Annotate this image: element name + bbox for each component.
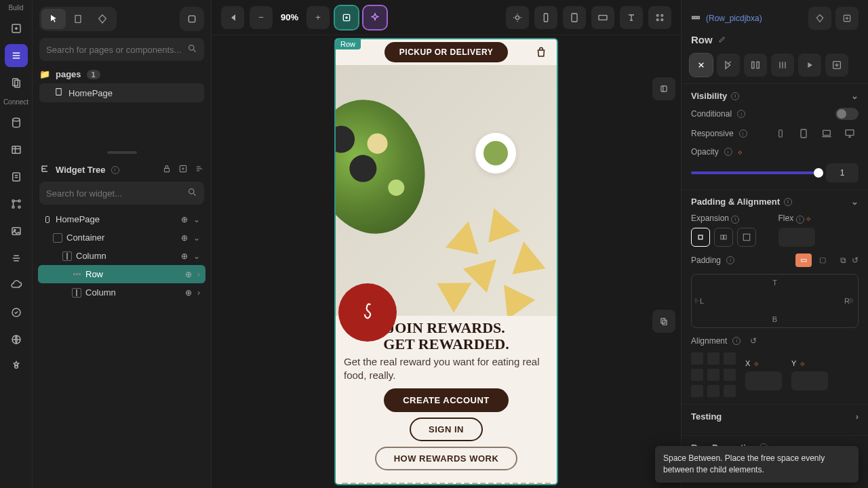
- chevron-down-icon[interactable]: ⌄: [851, 91, 859, 101]
- zoom-out-button[interactable]: −: [250, 6, 273, 29]
- expansion-flex[interactable]: [714, 228, 733, 247]
- variable-link-icon[interactable]: ⟐: [806, 214, 811, 222]
- rail-layers[interactable]: [5, 44, 28, 67]
- align-tl[interactable]: [691, 352, 703, 365]
- tree-column[interactable]: Column ⊕⌄: [38, 247, 205, 265]
- panel-resize-handle[interactable]: [107, 151, 137, 154]
- device-phone-icon[interactable]: [772, 127, 789, 140]
- align-cl[interactable]: [691, 369, 703, 381]
- conditional-toggle[interactable]: [835, 108, 859, 120]
- chevron-down-icon[interactable]: ⌄: [193, 233, 200, 243]
- pickup-button[interactable]: PICKUP OR DELIVERY: [384, 42, 508, 62]
- info-icon[interactable]: i: [111, 166, 119, 174]
- device-tablet-button[interactable]: [563, 6, 586, 29]
- add-icon[interactable]: ⊕: [185, 270, 192, 279]
- alignment-grid[interactable]: [691, 352, 736, 397]
- rail-check[interactable]: [5, 301, 28, 324]
- info-icon[interactable]: i: [731, 92, 739, 100]
- rail-functions[interactable]: [5, 247, 28, 270]
- bag-icon[interactable]: [535, 46, 547, 60]
- variable-link-icon[interactable]: ⟐: [754, 359, 759, 367]
- layout-button[interactable]: [648, 6, 671, 29]
- align-cr[interactable]: [724, 369, 736, 381]
- x-value[interactable]: [745, 371, 782, 390]
- tab-add[interactable]: [825, 54, 848, 77]
- zoom-in-button[interactable]: +: [307, 6, 330, 29]
- rail-database[interactable]: [5, 111, 28, 134]
- chevron-right-icon[interactable]: ›: [197, 288, 200, 298]
- rail-pages[interactable]: [5, 71, 28, 94]
- variable-link-icon[interactable]: ⟐: [738, 148, 743, 156]
- device-desktop-icon[interactable]: [841, 127, 859, 140]
- align-bc[interactable]: [707, 385, 719, 397]
- add-icon[interactable]: ⊕: [185, 288, 192, 298]
- widget-search[interactable]: [39, 182, 204, 205]
- phone-preview[interactable]: Row PICKUP OR DELIVERY JOIN REWARDS. GET…: [334, 38, 558, 485]
- y-value[interactable]: [791, 371, 828, 390]
- add-widget-icon[interactable]: [178, 164, 188, 176]
- panel-mode-tabs[interactable]: [39, 7, 117, 31]
- flex-value[interactable]: [778, 228, 815, 247]
- page-search-input[interactable]: [46, 45, 187, 55]
- select-mode-button[interactable]: [335, 6, 358, 29]
- pad-top[interactable]: T: [772, 279, 777, 287]
- opacity-value[interactable]: 1: [826, 163, 859, 182]
- rail-add[interactable]: [5, 17, 28, 40]
- tree-homepage[interactable]: HomePage ⊕⌄: [38, 210, 205, 228]
- chevron-down-icon[interactable]: ⌄: [851, 197, 859, 207]
- info-icon[interactable]: i: [731, 216, 739, 224]
- how-rewards-button[interactable]: HOW REWARDS WORK: [375, 447, 518, 470]
- chevron-down-icon[interactable]: ⌄: [193, 215, 200, 224]
- ai-mode-button[interactable]: [363, 6, 387, 29]
- lock-icon[interactable]: [162, 164, 172, 176]
- info-icon[interactable]: i: [796, 216, 804, 224]
- info-icon[interactable]: i: [726, 256, 734, 264]
- info-icon[interactable]: i: [739, 129, 747, 138]
- info-icon[interactable]: i: [784, 198, 792, 206]
- align-br[interactable]: [724, 385, 736, 397]
- padding-box[interactable]: ⊩ ⊪ T B L R: [691, 274, 859, 328]
- back-to-start-button[interactable]: [221, 6, 244, 29]
- pad-bottom[interactable]: B: [772, 315, 777, 323]
- rail-media[interactable]: [5, 220, 28, 243]
- widget-search-input[interactable]: [46, 188, 187, 199]
- pages-folder[interactable]: 📁 pages 1: [39, 69, 204, 79]
- text-button[interactable]: [620, 6, 643, 29]
- rail-cloud[interactable]: [5, 274, 28, 297]
- opacity-slider[interactable]: [691, 171, 819, 174]
- wrap-in-button[interactable]: [835, 7, 859, 30]
- device-laptop-icon[interactable]: [818, 127, 835, 140]
- device-tablet-icon[interactable]: [795, 127, 812, 140]
- tree-column-2[interactable]: Column ⊕›: [38, 283, 205, 302]
- tree-container[interactable]: Container ⊕⌄: [38, 228, 205, 247]
- variable-link-icon[interactable]: ⟐: [800, 359, 805, 367]
- device-phone-button[interactable]: [534, 6, 557, 29]
- rail-api[interactable]: [5, 192, 28, 216]
- expansion-expand[interactable]: [737, 228, 756, 247]
- page-item-homepage[interactable]: HomePage: [39, 83, 204, 102]
- theme-diamond-button[interactable]: [808, 7, 831, 30]
- copy-icon[interactable]: ⧉: [840, 256, 846, 265]
- tab-file[interactable]: [66, 9, 90, 29]
- add-icon[interactable]: ⊕: [181, 215, 188, 224]
- tab-pointer[interactable]: [41, 9, 66, 29]
- tree-row-selected[interactable]: Row ⊕›: [38, 265, 205, 283]
- pad-right[interactable]: R: [844, 297, 850, 305]
- add-icon[interactable]: ⊕: [181, 251, 188, 261]
- rail-globe[interactable]: [5, 328, 28, 351]
- tab-style[interactable]: [690, 54, 713, 77]
- theme-button[interactable]: [506, 6, 529, 29]
- info-icon[interactable]: i: [732, 337, 741, 345]
- tab-columns[interactable]: [744, 54, 767, 77]
- rail-data[interactable]: [5, 138, 28, 161]
- sort-icon[interactable]: [195, 164, 204, 176]
- create-account-button[interactable]: CREATE ACCOUNT: [384, 388, 509, 412]
- info-icon[interactable]: i: [724, 148, 732, 156]
- info-icon[interactable]: i: [737, 110, 745, 118]
- align-bl[interactable]: [691, 385, 703, 397]
- add-icon[interactable]: ⊕: [181, 233, 188, 243]
- padding-uniform[interactable]: ▭: [795, 253, 812, 267]
- tab-diamond[interactable]: [90, 9, 115, 29]
- reset-icon[interactable]: ↺: [750, 336, 757, 346]
- canvas-side-action-2[interactable]: [652, 310, 675, 333]
